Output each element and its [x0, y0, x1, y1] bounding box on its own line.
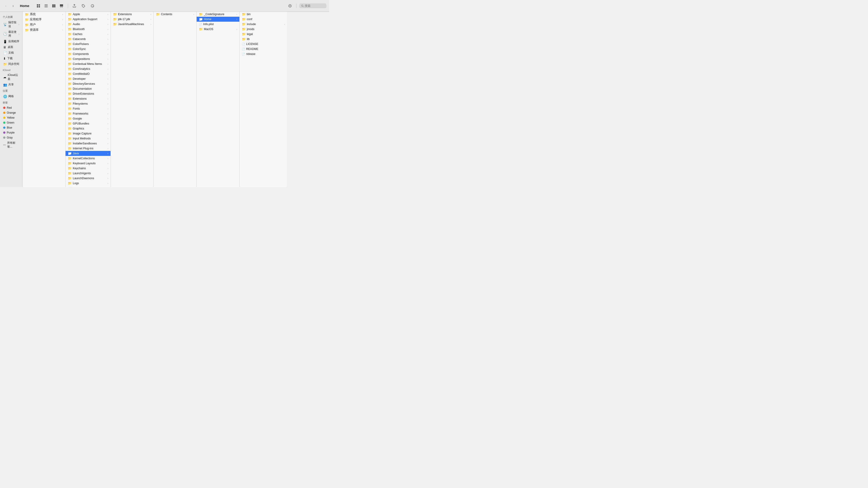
sidebar-item-tag-purple[interactable]: Purple	[1, 130, 22, 135]
list-item[interactable]: 📁 CoreAnalytics ›	[66, 66, 111, 71]
list-item[interactable]: 📁 InstallerSandboxes ›	[66, 141, 111, 146]
sidebar-item-all-tags[interactable]: ••• 所有标签...	[1, 140, 22, 150]
list-item[interactable]: 📁 Audio ›	[66, 22, 111, 27]
list-item[interactable]: 📁 Filesystems ›	[66, 101, 111, 106]
sidebar-item-icloud-drive[interactable]: ☁ iCloud云盘	[1, 72, 22, 82]
list-item[interactable]: 📁 bin	[240, 12, 287, 17]
sidebar-item-tag-green[interactable]: Green	[1, 120, 22, 125]
list-item[interactable]: 📁 Extensions ›	[111, 12, 153, 17]
sidebar-item-shared[interactable]: 👥 共享	[1, 82, 22, 88]
list-item[interactable]: 📁 Extensions ›	[66, 96, 111, 101]
list-item[interactable]: 📁 conf	[240, 17, 287, 22]
list-item[interactable]: 📁 JavaVirtualMachines ›	[111, 22, 153, 27]
list-item[interactable]: 📁 Home ›	[197, 17, 239, 22]
list-item[interactable]: 📁 Google ›	[66, 116, 111, 121]
list-item[interactable]: 📁 LaunchAgents ›	[66, 171, 111, 176]
folder-icon: 📁	[68, 12, 72, 16]
chevron-right-icon: ›	[107, 118, 108, 120]
list-item[interactable]: 📁 Caches ›	[66, 32, 111, 37]
list-item[interactable]: 📁 Logs ›	[66, 181, 111, 186]
sidebar-item-network[interactable]: 🌐 网络	[1, 94, 22, 99]
list-item[interactable]: 📁 Application Support ›	[66, 17, 111, 22]
list-item[interactable]: 📄 release	[240, 52, 287, 57]
sidebar-item-airdrop[interactable]: 📡 隔空投送 ›	[1, 20, 22, 29]
column-view-button[interactable]	[50, 3, 57, 9]
all-tags-icon: •••	[3, 143, 6, 146]
list-item[interactable]: 📄 README	[240, 46, 287, 52]
share2-button[interactable]: ☺	[89, 3, 96, 9]
list-item[interactable]: 📁 Components ›	[66, 52, 111, 57]
list-item[interactable]: 📁 CoreMediaIO ›	[66, 71, 111, 76]
list-item[interactable]: 📁 jdk-17.jdk ›	[111, 17, 153, 22]
list-item[interactable]: 📁 lib	[240, 37, 287, 41]
folder-icon: 📁	[113, 22, 117, 26]
list-item[interactable]: 📁 Bluetooth ›	[66, 27, 111, 32]
list-item[interactable]: 📁 Internet Plug-ins ›	[66, 146, 111, 151]
sidebar-item-docs[interactable]: 📄 文稿	[1, 50, 22, 56]
search-input[interactable]	[305, 4, 324, 7]
sidebar-item-tag-gray[interactable]: Gray	[1, 135, 22, 140]
list-item[interactable]: 📁 Graphics ›	[66, 126, 111, 131]
list-item[interactable]: 📁 Developer ›	[66, 76, 111, 81]
back-button[interactable]: ‹	[3, 3, 9, 9]
list-item[interactable]: 📁 LaunchDaemons ›	[66, 176, 111, 181]
share-button[interactable]	[71, 3, 78, 9]
list-view-button[interactable]	[42, 3, 50, 9]
file-label: Filesystems	[73, 102, 106, 105]
list-item[interactable]: 📁 DriverExtensions ›	[66, 91, 111, 96]
list-item[interactable]: 📁 Compositions ›	[66, 57, 111, 61]
list-item[interactable]: 📁 Microsoft ›	[66, 186, 111, 187]
sidebar-item-sync[interactable]: 📁 同步空间	[1, 61, 22, 67]
list-item[interactable]: 📁 jmods	[240, 27, 287, 32]
list-item[interactable]: 📁 用户 ›	[23, 22, 65, 27]
network-icon: 🌐	[3, 95, 7, 98]
list-item[interactable]: 📁 Documentation ›	[66, 86, 111, 91]
list-item[interactable]: 📄 Info.plist	[197, 22, 239, 27]
chevron-right-icon: ›	[62, 29, 63, 31]
divider2	[296, 4, 297, 8]
list-item[interactable]: 📁 DirectoryServices ›	[66, 81, 111, 86]
list-item[interactable]: 📁 Apple ›	[66, 12, 111, 17]
sidebar-item-recents[interactable]: 🕐 最近使用 ›	[1, 29, 22, 39]
list-item[interactable]: 📁 _CodeSignature ›	[197, 12, 239, 17]
location-button[interactable]	[286, 3, 293, 9]
search-box[interactable]	[299, 3, 327, 8]
list-item[interactable]: 📁 GPUBundles ›	[66, 121, 111, 126]
tag-button[interactable]	[80, 3, 87, 9]
list-item[interactable]: 📁 Fonts ›	[66, 106, 111, 111]
icon-view-button[interactable]	[35, 3, 42, 9]
list-item[interactable]: 📄 LICENSE	[240, 41, 287, 46]
list-item[interactable]: 📁 应用程序 ›	[23, 17, 65, 22]
list-item[interactable]: 📁 Frameworks ›	[66, 111, 111, 116]
list-item[interactable]: 📁 Java ›	[66, 151, 111, 156]
list-item[interactable]: 📁 Keyboard Layouts ›	[66, 161, 111, 166]
list-item[interactable]: 📁 MacOS ›	[197, 27, 239, 32]
list-item[interactable]: 📁 Catacomb ›	[66, 37, 111, 41]
list-item[interactable]: 📁 include ›	[240, 22, 287, 27]
list-item[interactable]: 📁 Keychains ›	[66, 166, 111, 171]
list-item[interactable]: 📁 legal	[240, 32, 287, 37]
list-item[interactable]: 📁 Image Capture ›	[66, 131, 111, 136]
list-item[interactable]: 📁 Contextual Menu Items ›	[66, 61, 111, 66]
list-item[interactable]: 📁 Contents ›	[154, 12, 196, 17]
sidebar-item-desktop[interactable]: 🖥 桌面	[1, 44, 22, 50]
svg-text:☺: ☺	[92, 5, 94, 7]
sidebar-item-apps[interactable]: 📱 应用程序	[1, 39, 22, 44]
sidebar-item-downloads[interactable]: ⬇ 下载	[1, 56, 22, 61]
list-item[interactable]: 📁 系统 ›	[23, 12, 65, 17]
gallery-view-button[interactable]	[58, 3, 65, 9]
nav-buttons: ‹ ›	[3, 3, 16, 9]
sidebar-item-tag-blue[interactable]: Blue	[1, 125, 22, 130]
sidebar-item-tag-orange[interactable]: Orange	[1, 110, 22, 115]
chevron-right-icon: ›	[237, 13, 237, 15]
list-item[interactable]: 📁 ColorPickers ›	[66, 41, 111, 46]
list-item[interactable]: 📁 ColorSync ›	[66, 46, 111, 52]
list-item[interactable]: 📁 资源库 ›	[23, 27, 65, 33]
file-label: GPUBundles	[73, 122, 106, 125]
sidebar-item-tag-yellow[interactable]: Yellow	[1, 115, 22, 120]
sidebar-item-label: Blue	[7, 126, 19, 129]
forward-button[interactable]: ›	[10, 3, 16, 9]
list-item[interactable]: 📁 Input Methods ›	[66, 136, 111, 141]
sidebar-item-tag-red[interactable]: Red	[1, 105, 22, 110]
list-item[interactable]: 📁 KernelCollections ›	[66, 156, 111, 161]
